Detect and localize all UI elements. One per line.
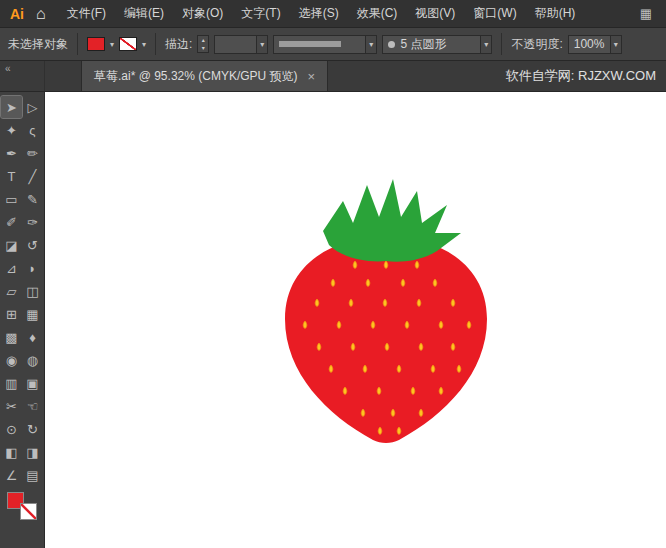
measure-tool[interactable]: ∠ bbox=[1, 464, 22, 486]
lasso-tool[interactable]: ς bbox=[22, 119, 43, 141]
menu-item-view[interactable]: 视图(V) bbox=[406, 0, 464, 27]
live-paint-selection-tool[interactable]: ◨ bbox=[22, 441, 43, 463]
home-icon[interactable]: ⌂ bbox=[30, 5, 58, 23]
paintbrush-tool[interactable]: ✎ bbox=[22, 188, 43, 210]
menu-item-help[interactable]: 帮助(H) bbox=[526, 0, 585, 27]
strawberry-seed bbox=[353, 261, 357, 269]
document-tab[interactable]: 草莓.ai* @ 95.32% (CMYK/GPU 预览) × bbox=[81, 61, 328, 91]
tab-close-icon[interactable]: × bbox=[308, 69, 316, 84]
strawberry-seed bbox=[366, 279, 370, 287]
strawberry-seed bbox=[383, 299, 387, 307]
menu-item-file[interactable]: 文件(F) bbox=[58, 0, 115, 27]
width-tool[interactable]: ◗ bbox=[22, 257, 43, 279]
strawberry-seed bbox=[411, 387, 415, 395]
dropdown-arrow-icon[interactable]: ▾ bbox=[480, 36, 491, 53]
opacity-dropdown[interactable]: 100% ▾ bbox=[568, 35, 622, 54]
strawberry-seed bbox=[451, 343, 455, 351]
workspace-switcher-icon[interactable]: ▦ bbox=[634, 6, 658, 21]
symbol-sprayer-tool[interactable]: ◍ bbox=[22, 349, 43, 371]
crop-tool[interactable]: ▤ bbox=[22, 464, 43, 486]
strawberry-seed bbox=[384, 261, 388, 269]
free-transform-tool[interactable]: ▱ bbox=[1, 280, 22, 302]
strawberry-seed bbox=[377, 387, 381, 395]
gradient-tool[interactable]: ▩ bbox=[1, 326, 22, 348]
document-tab-title: 草莓.ai* @ 95.32% (CMYK/GPU 预览) bbox=[94, 68, 298, 85]
strawberry-seed bbox=[361, 409, 365, 417]
eraser-tool[interactable]: ◪ bbox=[1, 234, 22, 256]
slice-tool[interactable]: ✂ bbox=[1, 395, 22, 417]
stepper-up-icon[interactable]: ▴ bbox=[198, 36, 208, 44]
strawberry-seed bbox=[401, 279, 405, 287]
menu-item-window[interactable]: 窗口(W) bbox=[464, 0, 525, 27]
perspective-grid-tool[interactable]: ⊞ bbox=[1, 303, 22, 325]
separator bbox=[77, 33, 78, 55]
shape-builder-tool[interactable]: ◫ bbox=[22, 280, 43, 302]
column-graph-tool[interactable]: ▥ bbox=[1, 372, 22, 394]
dropdown-arrow-icon[interactable]: ▾ bbox=[256, 36, 267, 53]
strawberry-seed bbox=[371, 321, 375, 329]
menu-item-type[interactable]: 文字(T) bbox=[232, 0, 289, 27]
hand-tool[interactable]: ☜ bbox=[22, 395, 43, 417]
strawberry-seed bbox=[337, 321, 341, 329]
toolbar-color-controls bbox=[7, 492, 37, 520]
stroke-weight-label: 描边: bbox=[165, 36, 192, 53]
mesh-tool[interactable]: ▦ bbox=[22, 303, 43, 325]
strawberry-seed bbox=[467, 321, 471, 329]
pen-tool[interactable]: ✒ bbox=[1, 142, 22, 164]
zoom-tool[interactable]: ⊙ bbox=[1, 418, 22, 440]
separator bbox=[501, 33, 502, 55]
artboard-tool[interactable]: ▣ bbox=[22, 372, 43, 394]
strawberry-body[interactable] bbox=[285, 240, 487, 443]
type-tool[interactable]: T bbox=[1, 165, 22, 187]
menu-item-select[interactable]: 选择(S) bbox=[290, 0, 348, 27]
strawberry-seed bbox=[391, 409, 395, 417]
shaper-tool[interactable]: ✐ bbox=[1, 211, 22, 233]
collapse-panel-icon[interactable]: « bbox=[5, 63, 11, 74]
strawberry-seed bbox=[363, 365, 367, 373]
strawberry-seed bbox=[397, 427, 401, 435]
pencil-tool[interactable]: ✑ bbox=[22, 211, 43, 233]
separator bbox=[155, 33, 156, 55]
stroke-weight-dropdown[interactable]: ▾ bbox=[214, 35, 268, 54]
strawberry-seed bbox=[439, 321, 443, 329]
strawberry-seed bbox=[417, 299, 421, 307]
dropdown-arrow-icon[interactable]: ▾ bbox=[610, 36, 621, 53]
dropdown-arrow-icon[interactable]: ▾ bbox=[365, 36, 376, 53]
blend-tool[interactable]: ◉ bbox=[1, 349, 22, 371]
line-segment-tool[interactable]: ╱ bbox=[22, 165, 43, 187]
menu-item-effect[interactable]: 效果(C) bbox=[348, 0, 407, 27]
stepper-down-icon[interactable]: ▾ bbox=[198, 44, 208, 52]
strawberry-seed bbox=[457, 365, 461, 373]
width-profile-dropdown[interactable]: ▾ bbox=[273, 35, 377, 54]
strawberry-seed bbox=[451, 299, 455, 307]
stroke-color-well[interactable] bbox=[119, 37, 137, 51]
brush-definition-dropdown[interactable]: 5 点圆形 ▾ bbox=[382, 35, 492, 54]
rectangle-tool[interactable]: ▭ bbox=[1, 188, 22, 210]
live-paint-bucket-tool[interactable]: ◧ bbox=[1, 441, 22, 463]
rotate-view-tool[interactable]: ↻ bbox=[22, 418, 43, 440]
fill-color-well[interactable] bbox=[87, 37, 105, 51]
magic-wand-tool[interactable]: ✦ bbox=[1, 119, 22, 141]
scale-tool[interactable]: ⊿ bbox=[1, 257, 22, 279]
opacity-value: 100% bbox=[574, 37, 605, 51]
strawberry-seed bbox=[303, 321, 307, 329]
illustrator-logo-icon[interactable]: Ai bbox=[8, 6, 30, 22]
artboard-canvas[interactable] bbox=[45, 92, 666, 548]
menu-item-object[interactable]: 对象(O) bbox=[173, 0, 232, 27]
direct-selection-tool[interactable]: ▷ bbox=[22, 96, 43, 118]
fill-dropdown-icon[interactable]: ▾ bbox=[110, 40, 114, 49]
menu-item-edit[interactable]: 编辑(E) bbox=[115, 0, 173, 27]
selection-tool[interactable]: ➤ bbox=[1, 96, 22, 118]
stroke-weight-stepper[interactable]: ▴ ▾ bbox=[197, 35, 209, 53]
illustrator-window: Ai ⌂ 文件(F)编辑(E)对象(O)文字(T)选择(S)效果(C)视图(V)… bbox=[0, 0, 666, 548]
eyedropper-tool[interactable]: ♦ bbox=[22, 326, 43, 348]
rotate-tool[interactable]: ↺ bbox=[22, 234, 43, 256]
brush-preview-icon bbox=[388, 41, 395, 48]
strawberry-seed bbox=[343, 387, 347, 395]
tools-grid: ➤▷✦ς✒✏T╱▭✎✐✑◪↺⊿◗▱◫⊞▦▩♦◉◍▥▣✂☜⊙↻◧◨∠▤ bbox=[0, 96, 44, 486]
strawberry-illustration[interactable] bbox=[283, 177, 489, 445]
strawberry-seed bbox=[378, 427, 382, 435]
stroke-color-swatch[interactable] bbox=[20, 503, 37, 520]
curvature-tool[interactable]: ✏ bbox=[22, 142, 43, 164]
stroke-dropdown-icon[interactable]: ▾ bbox=[142, 40, 146, 49]
